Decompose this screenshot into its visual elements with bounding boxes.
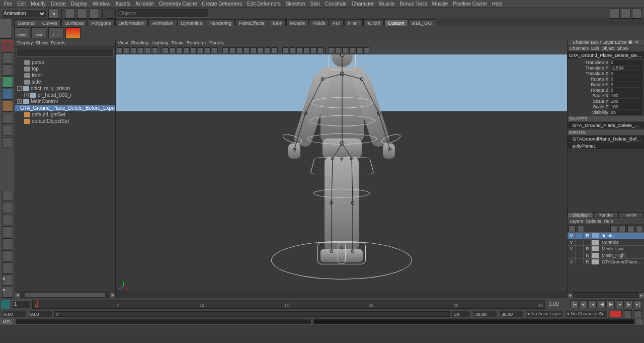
expand-toggle-icon[interactable]: - [17, 86, 22, 91]
layer-menu-layers[interactable]: Layers [570, 219, 583, 224]
channel-box-node[interactable]: GTA_Ground_Plane_Delete_Before... [568, 52, 644, 58]
anim-layer-dropdown[interactable]: ▾ No Anim Layer [525, 311, 563, 317]
outliner-item[interactable]: +dr_head_000_r [15, 92, 115, 98]
menu-item-assets[interactable]: Assets [113, 1, 132, 7]
layout-two-h-icon[interactable] [2, 214, 13, 225]
viewport-tool-icon[interactable] [335, 47, 341, 53]
tool-settings-toggle-icon[interactable] [621, 9, 631, 19]
layer-tab-anim[interactable]: Anim [618, 212, 644, 218]
menu-item-character[interactable]: Character [350, 1, 376, 7]
module-dropdown[interactable]: Animation [1, 9, 46, 18]
menu-item-help[interactable]: Help [490, 1, 505, 7]
layer-r-toggle[interactable]: R [584, 252, 592, 258]
viewport-tool-icon[interactable] [117, 47, 123, 53]
outliner-menu-panels[interactable]: Panels [51, 40, 65, 45]
menu-item-window[interactable]: Window [91, 1, 113, 7]
shelf-tab-rendering[interactable]: Rendering [206, 19, 235, 26]
layer-r-toggle[interactable] [584, 239, 592, 245]
channel-attr-row[interactable]: Scale Z100 [569, 104, 643, 109]
selection-name-input[interactable] [118, 10, 208, 18]
viewport-tool-icon[interactable] [296, 47, 302, 53]
anim-pref-icon[interactable] [1, 300, 10, 309]
select-by-name-icon[interactable] [106, 9, 116, 19]
menu-item-edit[interactable]: Edit [15, 1, 28, 7]
menu-item-pipeline-cache[interactable]: Pipeline Cache [451, 1, 489, 7]
layer-color-swatch-icon[interactable] [592, 240, 599, 245]
play-back-icon[interactable]: ◀ [598, 300, 606, 308]
layer-menu-options[interactable]: Options [586, 219, 601, 224]
layout-expand-up-icon[interactable]: ▴ [2, 275, 13, 286]
layout-expand-down-icon[interactable]: ▾ [2, 287, 13, 298]
viewport-tool-icon[interactable] [145, 47, 151, 53]
viewport-tool-icon[interactable] [328, 47, 334, 53]
layer-p-toggle[interactable] [576, 259, 584, 265]
rotate-tool-icon[interactable] [2, 89, 13, 100]
shelf-tab-custom[interactable]: Custom [384, 19, 408, 26]
layer-color-swatch-icon[interactable] [592, 259, 599, 264]
shelf-tab-sibl_gui[interactable]: sIBL_GUI [409, 19, 436, 26]
layout-persp-shape-icon[interactable] [2, 238, 13, 249]
viewport-menu-renderer[interactable]: Renderer [186, 40, 206, 45]
layer-row[interactable]: VRGTAGroundPlane_Delete_Befo [568, 258, 644, 265]
current-frame-input[interactable] [12, 300, 30, 308]
shelf-tab-fluids[interactable]: Fluids [309, 19, 329, 26]
viewport-tool-icon[interactable] [222, 47, 228, 53]
open-scene-icon[interactable] [77, 9, 87, 19]
range-track[interactable]: 0 [54, 311, 450, 317]
shelf-tab-scroll-up-icon[interactable] [0, 19, 12, 29]
shelf-tab-painteffects[interactable]: PaintEffects [235, 19, 268, 26]
viewport-tool-icon[interactable] [124, 47, 130, 53]
shelf-tab-fur[interactable]: Fur [330, 19, 344, 26]
viewport-tool-icon[interactable] [191, 47, 197, 53]
shelf-tab-toon[interactable]: Toon [269, 19, 286, 26]
layer-color-swatch-icon[interactable] [592, 246, 599, 251]
viewport-tool-icon[interactable] [236, 47, 243, 53]
layer-v-toggle[interactable] [568, 252, 576, 258]
collapse-icon[interactable]: ◂ [48, 9, 58, 19]
menu-item-display[interactable]: Display [69, 1, 90, 7]
shelf-tab-polygons[interactable]: Polygons [88, 19, 114, 26]
shelf-tab-deformation[interactable]: Deformation [115, 19, 148, 26]
viewport-tool-icon[interactable] [152, 47, 158, 53]
outliner-item[interactable]: front [15, 72, 115, 79]
step-fwd-icon[interactable]: ▸ [616, 300, 624, 308]
viewport-tool-icon[interactable] [317, 47, 324, 53]
attr-editor-toggle-icon[interactable] [610, 9, 620, 19]
outliner-menu-show[interactable]: Show [36, 40, 48, 45]
range-end-outer-input[interactable] [473, 311, 497, 317]
viewport-tool-icon[interactable] [212, 47, 218, 53]
layer-p-toggle[interactable] [576, 239, 584, 245]
shelf-tab-surfaces[interactable]: Surfaces [61, 19, 88, 26]
command-input[interactable] [15, 319, 311, 325]
channel-menu-object[interactable]: Object [602, 46, 615, 51]
menu-item-create[interactable]: Create [49, 1, 68, 7]
layer-p-toggle[interactable] [576, 252, 584, 258]
channel-attr-value[interactable]: -2.554 [610, 65, 643, 71]
scroll-left-icon[interactable]: ◂ [15, 293, 20, 298]
shelf-tab-ncloth[interactable]: nCloth [363, 19, 384, 26]
step-fwd-key-icon[interactable]: |▸ [625, 300, 633, 308]
viewport-menu-shading[interactable]: Shading [131, 40, 148, 45]
shelf-button-extra-icon[interactable] [65, 27, 80, 38]
layer-r-toggle[interactable]: R [584, 246, 592, 252]
layer-row[interactable]: VRMesh_Low [568, 245, 644, 252]
menu-item-muscle[interactable]: Muscle [430, 1, 450, 7]
channel-attr-row[interactable]: Translate Y-2.554 [569, 65, 643, 71]
layer-tab-render[interactable]: Render [593, 212, 619, 218]
layer-p-toggle[interactable] [576, 233, 584, 239]
layer-new-sel-icon[interactable] [577, 225, 584, 232]
channel-attr-value[interactable]: 0 [610, 71, 643, 76]
shelf-button-ft[interactable]: FT [48, 27, 63, 38]
layer-add-icon[interactable] [627, 225, 634, 232]
channel-attr-value[interactable]: 0 [610, 82, 643, 87]
channel-attr-row[interactable]: Rotate Y0 [569, 82, 643, 87]
shape-node[interactable]: GTA_Ground_Plane_Delete_Befor... [568, 122, 644, 128]
viewport-tool-icon[interactable] [303, 47, 309, 53]
channel-attr-value[interactable]: 0 [610, 60, 643, 65]
move-tool-icon[interactable] [2, 77, 13, 88]
expand-toggle-icon[interactable]: + [24, 93, 29, 97]
range-end-inner-input[interactable] [452, 311, 471, 317]
shelf-button-hshd[interactable]: Hshd [14, 27, 29, 38]
menu-item-create-deformers[interactable]: Create Deformers [200, 1, 244, 7]
shelf-tab-muscle[interactable]: Muscle [286, 19, 308, 26]
